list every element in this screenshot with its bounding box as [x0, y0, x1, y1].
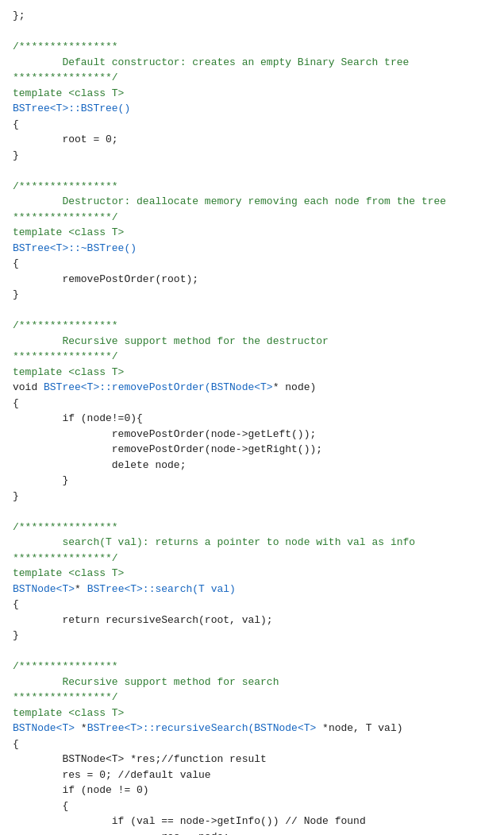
code-line: ****************/	[13, 70, 491, 86]
code-line: Default constructor: creates an empty Bi…	[13, 55, 491, 71]
code-line: BSTNode<T> *res;//function result	[13, 752, 491, 767]
code-line	[13, 504, 491, 520]
code-line: res = node;	[13, 829, 491, 836]
code-line: }	[13, 473, 491, 489]
code-line	[13, 24, 491, 40]
code-line: void BSTree<T>::removePostOrder(BSTNode<…	[13, 380, 491, 396]
code-line: if (node!=0){	[13, 411, 491, 427]
code-line: removePostOrder(root);	[13, 272, 491, 288]
code-line: res = 0; //default value	[13, 767, 491, 783]
code-line: template <class T>	[13, 705, 491, 721]
code-line: ****************/	[13, 349, 491, 365]
code-line: if (node != 0)	[13, 783, 491, 798]
code-line: }	[13, 489, 491, 504]
code-line: template <class T>	[13, 566, 491, 582]
code-line: /****************	[13, 659, 491, 675]
code-line: delete node;	[13, 458, 491, 474]
code-line: template <class T>	[13, 365, 491, 381]
code-line: ****************/	[13, 551, 491, 566]
code-line: Recursive support method for the destruc…	[13, 334, 491, 350]
code-line: ****************/	[13, 210, 491, 226]
code-line: }	[13, 148, 491, 164]
code-line: Destructor: deallocate memory removing e…	[13, 194, 491, 210]
code-line	[13, 163, 491, 179]
code-line: BSTree<T>::~BSTree()	[13, 241, 491, 257]
code-line	[13, 303, 491, 319]
code-line: return recursiveSearch(root, val);	[13, 613, 491, 628]
code-line: root = 0;	[13, 132, 491, 148]
code-line: /****************	[13, 318, 491, 334]
code-line: Recursive support method for search	[13, 675, 491, 690]
code-line: /****************	[13, 520, 491, 535]
code-line: BSTree<T>::BSTree()	[13, 101, 491, 117]
code-line: search(T val): returns a pointer to node…	[13, 535, 491, 551]
code-line: template <class T>	[13, 225, 491, 241]
code-line: /****************	[13, 39, 491, 55]
code-line: }	[13, 628, 491, 644]
code-line	[13, 644, 491, 659]
code-line: BSTNode<T>* BSTree<T>::search(T val)	[13, 582, 491, 597]
code-line: ****************/	[13, 690, 491, 705]
code-line: if (val == node->getInfo()) // Node foun…	[13, 814, 491, 829]
code-line: {	[13, 798, 491, 814]
code-line: {	[13, 396, 491, 412]
code-line: BSTNode<T> *BSTree<T>::recursiveSearch(B…	[13, 721, 491, 736]
code-line: {	[13, 117, 491, 133]
code-line: /****************	[13, 179, 491, 195]
code-line: removePostOrder(node->getRight());	[13, 442, 491, 458]
code-line: {	[13, 597, 491, 613]
code-line: removePostOrder(node->getLeft());	[13, 427, 491, 443]
code-line: template <class T>	[13, 86, 491, 102]
code-line: }	[13, 287, 491, 303]
code-line: {	[13, 256, 491, 272]
code-editor: };/**************** Default constructor:…	[0, 0, 504, 835]
code-line: };	[13, 8, 491, 24]
code-line: {	[13, 736, 491, 752]
